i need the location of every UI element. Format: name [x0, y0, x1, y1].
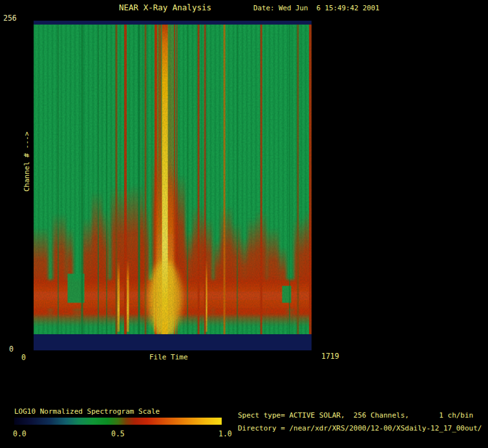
spect-type-info: Spect type= ACTIVE SOLAR, 256 Channels, …: [238, 411, 473, 420]
spectrogram-canvas: [34, 21, 312, 350]
colorbar-tick-min: 0.0: [13, 429, 27, 438]
page-title: NEAR X-Ray Analysis: [119, 3, 211, 12]
colorbar-gradient: [14, 418, 222, 425]
window-date: Date: Wed Jun 6 15:49:42 2001: [253, 4, 379, 12]
colorbar-label: LOG10 Normalized Spectrogram Scale: [14, 407, 160, 416]
spectrogram-plot: [34, 21, 312, 350]
colorbar-tick-mid: 0.5: [111, 429, 125, 438]
x-axis-title: File Time: [149, 353, 188, 361]
y-axis-max-label: 256: [3, 14, 17, 23]
directory-info: Directory = /near/xdr/XRS/2000/12-00/XSd…: [238, 424, 482, 432]
y-axis-min-label: 0: [9, 345, 14, 354]
x-axis-min-label: 0: [21, 353, 26, 362]
app-window: NEAR X-Ray Analysis Date: Wed Jun 6 15:4…: [0, 0, 488, 448]
x-axis-max-label: 1719: [321, 352, 339, 361]
y-axis-title: Channel # --->: [23, 132, 31, 192]
colorbar-tick-max: 1.0: [218, 429, 232, 438]
